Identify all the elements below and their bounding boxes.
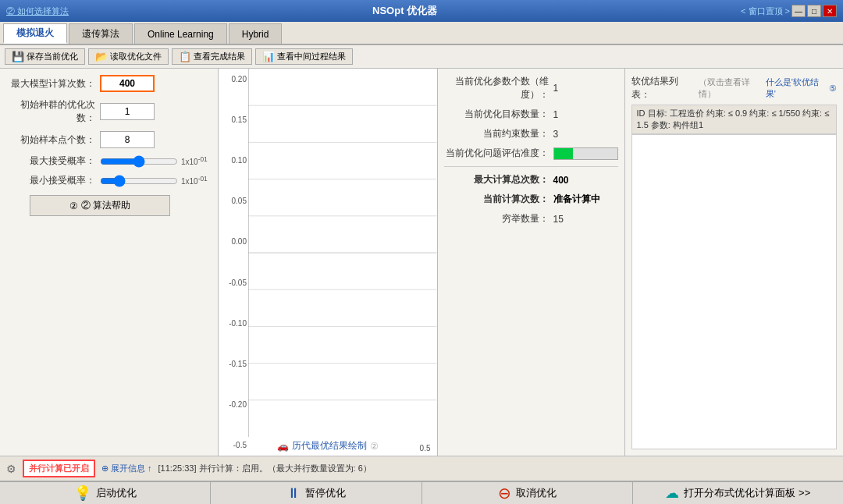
view-process-button[interactable]: 📊 查看中间过程结果 bbox=[255, 48, 353, 65]
min-accept-prob-slider[interactable] bbox=[100, 175, 178, 187]
init-opt-iter-row: 初始种群的优化次数： bbox=[6, 98, 212, 125]
init-opt-iter-input[interactable] bbox=[100, 103, 155, 120]
cancel-opt-label: 取消优化 bbox=[516, 486, 557, 500]
obj-count-row: 当前优化目标数量： 1 bbox=[444, 108, 618, 121]
max-model-iter-row: 最大模型计算次数： bbox=[6, 75, 212, 92]
tab-genetic[interactable]: 遗传算法 bbox=[69, 23, 133, 44]
results-what-icon: ⑤ bbox=[829, 83, 837, 94]
progress-label: 当前优化问题评估准度： bbox=[444, 147, 553, 160]
results-table-header: ID 目标: 工程造价 约束: ≤ 0.9 约束: ≤ 1/550 约束: ≤ … bbox=[631, 105, 838, 134]
results-what-label: 什么是'软优结果' bbox=[766, 76, 827, 100]
window-menu[interactable]: < 窗口置顶 > bbox=[741, 5, 790, 17]
init-sample-pts-input[interactable] bbox=[100, 131, 155, 148]
expand-info-button[interactable]: ⊕ 展开信息 ↑ bbox=[101, 463, 152, 474]
help-link[interactable]: ② 如何选择算法 bbox=[6, 5, 69, 17]
algorithm-help-button[interactable]: ② ② 算法帮助 bbox=[30, 195, 170, 216]
min-accept-prob-row: 最小接受概率： 1x10-01 bbox=[6, 174, 212, 187]
init-sample-pts-row: 初始样本点个数： bbox=[6, 131, 212, 148]
read-opt-label: 读取优化文件 bbox=[110, 51, 162, 62]
history-plot-button[interactable]: 🚗 历代最优结果绘制 ② bbox=[277, 439, 379, 453]
constraint-count-value: 3 bbox=[553, 129, 559, 140]
chart-canvas bbox=[248, 69, 437, 437]
current-calc-label: 当前计算次数： bbox=[444, 193, 553, 206]
status-message: [11:25:33] 并行计算：启用。（最大并行数量设置为: 6） bbox=[158, 463, 372, 474]
main-layout: 最大模型计算次数： 初始种群的优化次数： 初始样本点个数： 最大接受概率： 1x… bbox=[0, 69, 843, 456]
close-button[interactable]: ✕ bbox=[823, 5, 837, 17]
view-results-button[interactable]: 📋 查看完成结果 bbox=[172, 48, 252, 65]
algorithm-help-label: ② 算法帮助 bbox=[81, 199, 130, 212]
min-accept-prob-unit: 1x10-01 bbox=[181, 175, 208, 186]
chart-y-labels: 0.20 0.15 0.10 0.05 0.00 -0.05 -0.10 -0.… bbox=[219, 69, 248, 456]
chart-x-label: 0.5 bbox=[420, 444, 431, 453]
process-icon: 📊 bbox=[262, 51, 275, 62]
left-panel: 最大模型计算次数： 初始种群的优化次数： 初始样本点个数： 最大接受概率： 1x… bbox=[0, 69, 219, 456]
init-sample-pts-label: 初始样本点个数： bbox=[6, 133, 100, 147]
constraint-count-label: 当前约束数量： bbox=[444, 127, 553, 140]
exhaustive-count-row: 穷举数量： 15 bbox=[444, 212, 618, 225]
distributed-icon: ☁ bbox=[665, 484, 679, 502]
init-opt-iter-label: 初始种群的优化次数： bbox=[6, 98, 100, 125]
param-count-label: 当前优化参数个数（维度）： bbox=[444, 75, 553, 101]
cancel-opt-button[interactable]: ⊖ 取消优化 bbox=[422, 482, 633, 504]
save-opt-button[interactable]: 💾 保存当前优化 bbox=[5, 48, 85, 65]
progress-bar-fill bbox=[554, 148, 573, 159]
min-accept-prob-slider-container: 1x10-01 bbox=[100, 175, 212, 187]
distributed-opt-label: 打开分布式优化计算面板 >> bbox=[684, 486, 810, 500]
results-hint: （双击查看详情） bbox=[699, 76, 766, 100]
obj-count-value: 1 bbox=[553, 109, 559, 120]
max-total-label: 最大计算总次数： bbox=[444, 173, 553, 186]
current-calc-row: 当前计算次数： 准备计算中 bbox=[444, 193, 618, 206]
expand-icon: ⊕ bbox=[101, 463, 108, 474]
pause-opt-button[interactable]: ⏸ 暂停优化 bbox=[211, 482, 422, 504]
view-process-label: 查看中间过程结果 bbox=[277, 51, 346, 62]
exhaustive-count-label: 穷举数量： bbox=[444, 212, 553, 225]
save-opt-label: 保存当前优化 bbox=[27, 51, 78, 62]
title-bar-left: ② 如何选择算法 bbox=[6, 5, 69, 17]
parallel-label: 并行计算已开启 bbox=[29, 463, 89, 474]
cancel-icon: ⊖ bbox=[498, 484, 511, 502]
middle-panel: 当前优化参数个数（维度）： 1 当前优化目标数量： 1 当前约束数量： 3 当前… bbox=[438, 69, 625, 456]
exhaustive-count-value: 15 bbox=[553, 214, 564, 225]
title-bar: ② 如何选择算法 NSOpt 优化器 < 窗口置顶 > — □ ✕ bbox=[0, 0, 843, 22]
distributed-opt-button[interactable]: ☁ 打开分布式优化计算面板 >> bbox=[633, 482, 843, 504]
bottom-bar: 💡 启动优化 ⏸ 暂停优化 ⊖ 取消优化 ☁ 打开分布式优化计算面板 >> bbox=[0, 481, 843, 504]
results-icon: 📋 bbox=[179, 51, 191, 62]
results-what-button[interactable]: 什么是'软优结果' ⑤ bbox=[766, 76, 837, 100]
max-model-iter-label: 最大模型计算次数： bbox=[6, 77, 100, 91]
help-icon: ② bbox=[69, 201, 78, 211]
gear-icon: ⚙ bbox=[6, 463, 16, 475]
max-accept-prob-slider[interactable] bbox=[100, 155, 178, 168]
maximize-button[interactable]: □ bbox=[807, 5, 821, 17]
view-results-label: 查看完成结果 bbox=[194, 51, 245, 62]
min-accept-prob-label: 最小接受概率： bbox=[6, 174, 100, 187]
progress-row: 当前优化问题评估准度： bbox=[444, 147, 618, 160]
param-count-row: 当前优化参数个数（维度）： 1 bbox=[444, 75, 618, 101]
tab-online[interactable]: Online Learning bbox=[134, 23, 227, 44]
tab-annealing[interactable]: 模拟退火 bbox=[3, 23, 67, 44]
start-opt-button[interactable]: 💡 启动优化 bbox=[0, 482, 211, 504]
tab-hybrid[interactable]: Hybrid bbox=[229, 23, 283, 44]
param-count-value: 1 bbox=[553, 83, 559, 94]
pause-icon: ⏸ bbox=[286, 485, 301, 502]
start-opt-label: 启动优化 bbox=[96, 486, 137, 500]
max-total-row: 最大计算总次数： 400 bbox=[444, 173, 618, 186]
max-model-iter-input[interactable] bbox=[100, 75, 155, 92]
max-accept-prob-row: 最大接受概率： 1x10-01 bbox=[6, 154, 212, 168]
save-icon: 💾 bbox=[12, 51, 24, 62]
pause-opt-label: 暂停优化 bbox=[305, 486, 346, 500]
results-header: 软优结果列表： （双击查看详情） 什么是'软优结果' ⑤ bbox=[631, 75, 838, 101]
max-accept-prob-label: 最大接受概率： bbox=[6, 154, 100, 168]
read-opt-button[interactable]: 📂 读取优化文件 bbox=[88, 48, 169, 65]
title-bar-right: < 窗口置顶 > — □ ✕ bbox=[741, 5, 837, 17]
progress-bar bbox=[553, 147, 618, 160]
minimize-button[interactable]: — bbox=[791, 5, 806, 17]
start-icon: 💡 bbox=[74, 484, 91, 502]
status-bar: ⚙ 并行计算已开启 ⊕ 展开信息 ↑ [11:25:33] 并行计算：启用。（最… bbox=[0, 456, 843, 481]
chart-area: 0.20 0.15 0.10 0.05 0.00 -0.05 -0.10 -0.… bbox=[219, 69, 438, 456]
results-body[interactable] bbox=[631, 134, 838, 449]
toolbar: 💾 保存当前优化 📂 读取优化文件 📋 查看完成结果 📊 查看中间过程结果 bbox=[0, 45, 843, 69]
title-bar-center: NSOpt 优化器 bbox=[69, 4, 741, 18]
read-icon: 📂 bbox=[95, 51, 108, 62]
right-panel: 软优结果列表： （双击查看详情） 什么是'软优结果' ⑤ ID 目标: 工程造价… bbox=[625, 69, 844, 456]
max-accept-prob-unit: 1x10-01 bbox=[181, 155, 208, 166]
